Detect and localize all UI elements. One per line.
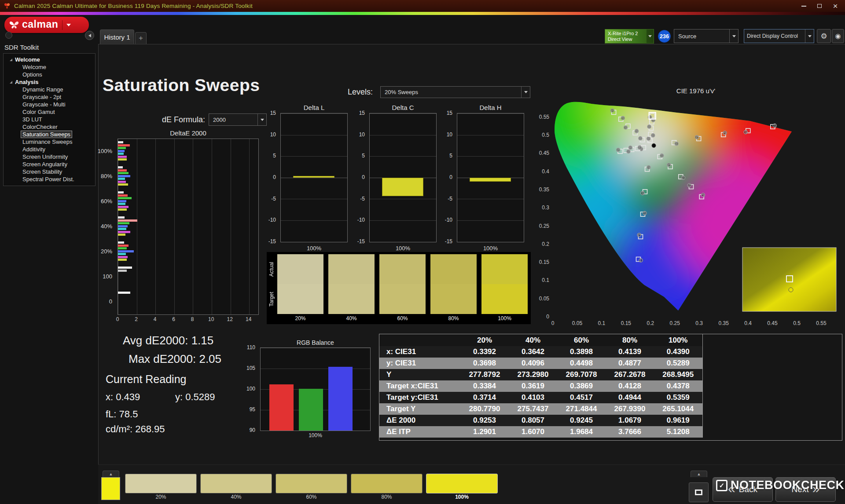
delta-h-title: Delta H <box>457 104 524 111</box>
tree-section-welcome[interactable]: Welcome <box>4 56 94 63</box>
table-cell: 271.4844 <box>557 403 606 415</box>
reading-fl: fL: 78.5 <box>106 409 138 420</box>
x-axis-label: 0 <box>551 320 555 326</box>
sidebar-item-options[interactable]: Options <box>4 71 94 78</box>
delta-c-xlabel: 100% <box>369 245 437 252</box>
window-title: Calman 2025 Calman Ultimate for Business… <box>14 3 253 9</box>
sidebar-item-spectral-power-dist[interactable]: Spectral Power Dist. <box>4 175 94 183</box>
level-button-100pct[interactable]: 100% <box>426 474 498 501</box>
y-axis-label: 95 <box>240 406 255 413</box>
app-window: Calman 2025 Calman Ultimate for Business… <box>0 0 845 504</box>
measured-point <box>773 124 776 128</box>
compare-level-label: 100% <box>481 314 528 323</box>
sidebar-item-screen-stability[interactable]: Screen Stability <box>4 168 94 175</box>
sidebar-item-screen-uniformity[interactable]: Screen Uniformity <box>4 153 94 161</box>
sidebar-collapse-button[interactable] <box>85 31 94 40</box>
actual-swatch <box>277 254 323 284</box>
de-bar <box>118 247 127 249</box>
table-cell: 0.5289 <box>654 358 702 369</box>
delta-c-title: Delta C <box>369 104 437 111</box>
sidebar-item-grayscale-2pt[interactable]: Grayscale - 2pt <box>4 93 94 101</box>
de-formula-label: dE Formula: <box>145 115 205 124</box>
sidebar-item-color-gamut[interactable]: Color Gamut <box>4 108 94 116</box>
level-button-20pct[interactable]: 20% <box>125 474 197 501</box>
rgb-bar-red <box>269 384 294 431</box>
table-cell: 0.8057 <box>509 415 557 426</box>
pin-icon[interactable] <box>5 32 12 39</box>
de-formula-dropdown[interactable]: 2000 <box>209 113 267 126</box>
de-bar <box>118 292 130 294</box>
level-swatch <box>276 474 347 493</box>
measured-point <box>610 109 614 112</box>
sidebar-item-label: Grayscale - Multi <box>21 101 67 108</box>
level-button-40pct[interactable]: 40% <box>200 474 272 501</box>
reference-swatch <box>101 477 120 500</box>
de-bar <box>118 231 130 233</box>
y-axis-label: 10 <box>439 131 452 138</box>
minimize-button[interactable] <box>796 0 812 12</box>
de-bar <box>118 222 129 224</box>
reference-swatch-handle[interactable]: ▲ <box>103 471 119 477</box>
y-axis-label: 0.05 <box>539 296 550 302</box>
sidebar-item-grayscale-multi[interactable]: Grayscale - Multi <box>4 101 94 108</box>
de-bar <box>118 172 129 174</box>
levels-dropdown[interactable]: 20% Sweeps <box>380 86 530 98</box>
settings-button[interactable]: ⚙ <box>817 29 831 43</box>
display-control-dropdown[interactable]: Direct Display Control <box>744 29 814 43</box>
y-axis-label: 100% <box>98 148 112 154</box>
y-axis-label: 15 <box>352 110 365 116</box>
sidebar-item-colorchecker[interactable]: ColorChecker <box>4 123 94 131</box>
sidebar-item-additivity[interactable]: Additivity <box>4 146 94 153</box>
measured-point <box>635 129 639 133</box>
table-row-label: ΔE ITP <box>379 426 460 438</box>
deltae2000-xlabels: 02468101214 <box>118 316 267 323</box>
sidebar-item-welcome[interactable]: Welcome <box>4 63 94 71</box>
de-bar <box>118 203 125 205</box>
x-axis-label: 0.4 <box>744 320 752 326</box>
maximize-button[interactable] <box>812 0 827 12</box>
tree-section-analysis[interactable]: Analysis <box>4 78 94 86</box>
x-axis-label: 4 <box>151 316 159 322</box>
source-dropdown[interactable]: Source <box>674 29 738 43</box>
table-cell: 0.4877 <box>606 358 654 369</box>
y-axis-label: 10 <box>352 131 365 138</box>
level-button-60pct[interactable]: 60% <box>276 474 347 501</box>
back-button[interactable]: « Back <box>713 477 773 502</box>
sidebar-item-label: 3D LUT <box>21 116 44 123</box>
sidebar-item-saturation-sweeps[interactable]: Saturation Sweeps <box>4 131 94 138</box>
measured-point <box>687 183 691 187</box>
level-button-80pct[interactable]: 80% <box>351 474 422 501</box>
y-axis-label: 0.45 <box>539 150 550 156</box>
y-axis-label: 0.35 <box>539 186 550 193</box>
actual-swatch <box>328 254 375 284</box>
de-bar <box>118 234 125 236</box>
chevron-up-icon: ▲ <box>697 472 701 476</box>
delta-bar <box>470 178 511 182</box>
y-axis-label: 0.3 <box>542 205 549 211</box>
de-bar <box>118 225 128 227</box>
meter-dropdown[interactable]: X-Rite i1Pro 2 Direct View <box>605 29 654 44</box>
expander-icon <box>10 81 12 84</box>
panel-handle[interactable]: ▲ <box>691 471 707 477</box>
tab-add-button[interactable]: + <box>135 32 147 44</box>
sidebar-item-dynamic-range[interactable]: Dynamic Range <box>4 86 94 93</box>
panel-toggle-button[interactable] <box>689 482 709 502</box>
de-bar <box>118 253 126 255</box>
next-button[interactable]: Next » <box>775 477 836 502</box>
level-buttons: 20%40%60%80%100% <box>125 474 498 501</box>
x-axis-label: 0.15 <box>621 320 632 326</box>
level-swatch <box>426 474 498 493</box>
rgb-balance-chart <box>260 347 371 431</box>
calman-logo-button[interactable]: calman <box>4 17 89 33</box>
sidebar-item-3d-lut[interactable]: 3D LUT <box>4 116 94 123</box>
tab-history[interactable]: History 1 <box>100 29 134 44</box>
table-cell: 0.4378 <box>654 380 702 392</box>
sidebar-item-luminance-sweeps[interactable]: Luminance Sweeps <box>4 138 94 146</box>
table-cell: 267.2678 <box>606 369 654 380</box>
sidebar-item-screen-angularity[interactable]: Screen Angularity <box>4 161 94 168</box>
table-cell: 0.4498 <box>557 358 606 369</box>
x-axis-label: 0.25 <box>670 320 680 326</box>
y-axis-label: 0.15 <box>539 259 550 265</box>
session-button[interactable]: ◉ <box>832 29 844 43</box>
close-button[interactable]: × <box>827 0 843 12</box>
